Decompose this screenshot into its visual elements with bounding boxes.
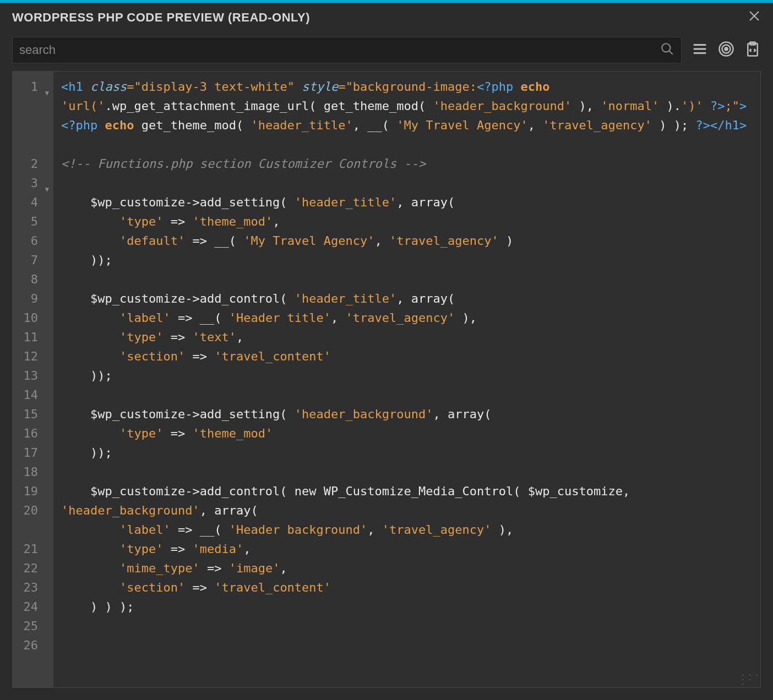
code-line: )); <box>61 366 753 385</box>
word-wrap-button[interactable] <box>692 41 708 59</box>
line-number: 10 <box>16 308 50 327</box>
lines-icon <box>692 41 708 57</box>
code-line: )); <box>61 443 753 462</box>
code-line: 'section' => 'travel_content' <box>61 347 753 366</box>
target-button[interactable] <box>718 41 734 59</box>
line-number: 23 <box>16 578 50 597</box>
line-number: 25 <box>16 616 50 636</box>
line-number: 5 <box>16 212 50 231</box>
titlebar: WORDPRESS PHP CODE PREVIEW (READ-ONLY) <box>0 3 773 32</box>
line-number: 13 <box>16 366 50 385</box>
code-line: )); <box>61 250 753 270</box>
code-line: 'label' => __( 'Header title', 'travel_a… <box>61 308 753 327</box>
search-wrap <box>12 37 682 63</box>
line-number: 22 <box>16 559 50 578</box>
line-number: 19 <box>16 482 50 501</box>
line-number: 12 <box>16 347 50 366</box>
line-number: 21 <box>16 539 50 559</box>
line-number: 4 <box>16 193 50 212</box>
line-number: 8 <box>16 270 50 289</box>
code-line <box>61 385 753 404</box>
line-number: 20 <box>16 501 50 520</box>
code-line <box>61 270 753 289</box>
svg-point-9 <box>725 48 728 51</box>
line-number: 15 <box>16 404 50 424</box>
svg-line-3 <box>669 51 673 54</box>
line-number: 14 <box>16 385 50 404</box>
code-line <box>61 462 753 482</box>
code-line: $wp_customize->add_setting( 'header_back… <box>61 404 753 424</box>
code-line <box>61 616 753 636</box>
code-line <box>61 135 753 154</box>
code-line: <h1 class="display-3 text-white" style="… <box>61 77 753 135</box>
code-line: $wp_customize->add_setting( 'header_titl… <box>61 193 753 212</box>
line-number: 9 <box>16 289 50 308</box>
editor: 1▼ 23▼4567891011121314151617181920 21222… <box>12 71 761 688</box>
line-number: 17 <box>16 443 50 462</box>
code-line: 'mime_type' => 'image', <box>61 559 753 578</box>
svg-point-2 <box>662 43 670 52</box>
code-line: 'section' => 'travel_content' <box>61 578 753 597</box>
line-number: 18 <box>16 462 50 482</box>
code-line: <!-- Functions.php section Customizer Co… <box>61 154 753 173</box>
code-line: ) ) ); <box>61 597 753 616</box>
line-number: 7 <box>16 250 50 270</box>
window-title: WORDPRESS PHP CODE PREVIEW (READ-ONLY) <box>12 10 310 25</box>
line-number: 2 <box>16 154 50 173</box>
line-number: 1▼ <box>16 77 50 96</box>
line-number: 24 <box>16 597 50 616</box>
copy-code-button[interactable] <box>744 41 761 59</box>
resize-grip[interactable]: · · ·· ·· <box>742 673 759 686</box>
code-line <box>61 173 753 193</box>
line-number: 16 <box>16 424 50 443</box>
code-line: 'type' => 'text', <box>61 327 753 347</box>
target-icon <box>718 41 734 57</box>
search-input[interactable] <box>19 43 660 57</box>
line-number: 6 <box>16 231 50 250</box>
code-area[interactable]: <h1 class="display-3 text-white" style="… <box>53 72 760 687</box>
close-button[interactable] <box>748 9 761 26</box>
close-icon <box>748 9 761 23</box>
code-line: $wp_customize->add_control( 'header_titl… <box>61 289 753 308</box>
code-line: 'label' => __( 'Header background', 'tra… <box>61 520 753 539</box>
search-icon[interactable] <box>660 42 674 58</box>
code-line: 'type' => 'theme_mod' <box>61 424 753 443</box>
line-number: 26 <box>16 636 50 655</box>
code-preview-window: WORDPRESS PHP CODE PREVIEW (READ-ONLY) 1… <box>0 0 773 700</box>
line-number: 11 <box>16 327 50 347</box>
toolbar <box>0 32 773 71</box>
line-number-gutter: 1▼ 23▼4567891011121314151617181920 21222… <box>13 72 53 687</box>
code-line: 'type' => 'media', <box>61 539 753 559</box>
clipboard-code-icon <box>744 41 761 57</box>
code-line: $wp_customize->add_control( new WP_Custo… <box>61 482 753 520</box>
line-number: 3▼ <box>16 173 50 193</box>
code-line: 'default' => __( 'My Travel Agency', 'tr… <box>61 231 753 250</box>
code-line: 'type' => 'theme_mod', <box>61 212 753 231</box>
